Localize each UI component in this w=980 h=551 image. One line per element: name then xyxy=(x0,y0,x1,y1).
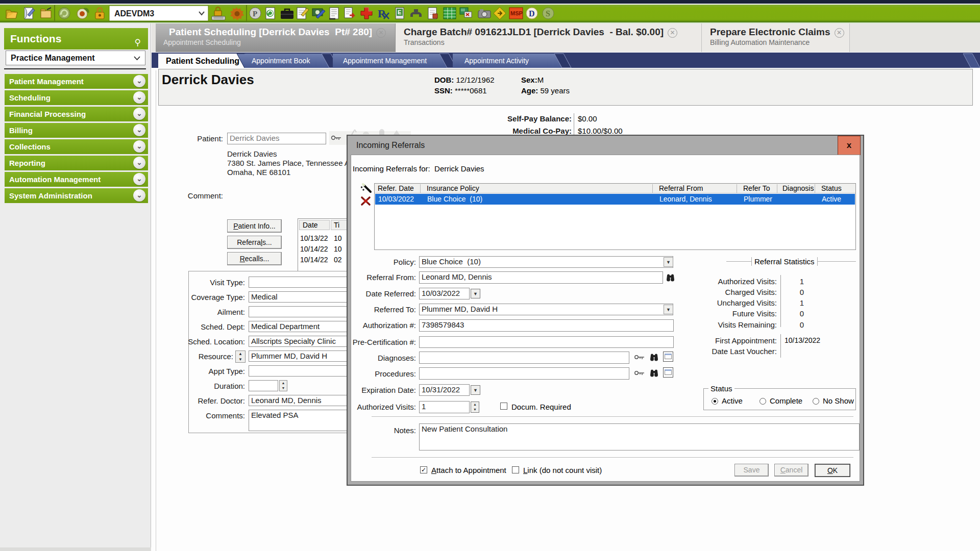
svg-text:Appointment Activity: Appointment Activity xyxy=(464,57,529,65)
svg-text:D: D xyxy=(529,9,535,18)
svg-text:E: E xyxy=(398,9,401,15)
svg-text:Appointment Book: Appointment Book xyxy=(252,57,310,65)
svg-text:Appointment Management: Appointment Management xyxy=(343,57,427,65)
svg-text:Patient Scheduling: Patient Scheduling xyxy=(166,57,239,65)
svg-text:MSP: MSP xyxy=(510,10,523,16)
svg-text:ADEVDM3: ADEVDM3 xyxy=(114,9,154,18)
svg-text:P: P xyxy=(253,10,257,18)
svg-text:S: S xyxy=(546,9,550,18)
